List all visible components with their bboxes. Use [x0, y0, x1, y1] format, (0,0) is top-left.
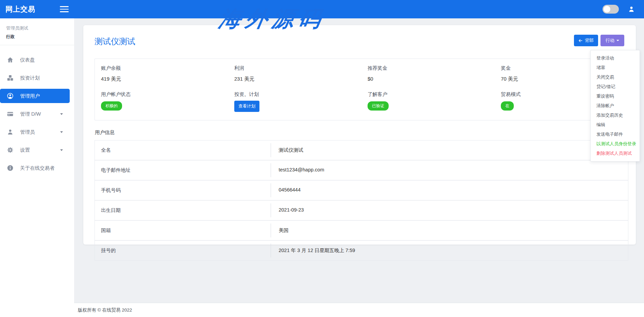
admin-app: 网上交易 海外源码 管理员测试 行政 仪表盘	[0, 0, 644, 317]
main-content: 测试仪测试 背部 行动 账户余额 419 美元	[74, 18, 644, 317]
sidebar-item-label: 仪表盘	[20, 57, 35, 63]
actions-dropdown-menu: 登录活动 堵塞 关闭交易 贷记/借记 重设密码 清除帐户 添加交易历史 编辑 发…	[590, 50, 640, 162]
home-icon	[7, 56, 14, 63]
info-circle-icon	[7, 165, 14, 171]
sidebar-item-manage-users[interactable]: 管理用户	[0, 89, 70, 103]
stat-referral-bonus: 推荐奖金 $0	[361, 65, 495, 82]
menu-item-delete-user[interactable]: 删除测试人员测试	[591, 149, 640, 158]
table-row-email: 电子邮件地址 test1234@happ.com	[95, 161, 628, 181]
menu-item-send-email[interactable]: 发送电子邮件	[591, 130, 640, 139]
sidebar-item-label: 管理用户	[20, 93, 40, 99]
sidebar-divider	[0, 45, 74, 45]
menu-item-reset-password[interactable]: 重设密码	[591, 91, 640, 101]
sidebar-item-investment-plans[interactable]: 投资计划	[0, 71, 70, 85]
sidebar-user-role: 行政	[6, 34, 68, 40]
stat-profit: 利润 231 美元	[228, 65, 361, 82]
menu-item-clear-account[interactable]: 清除帐户	[591, 101, 640, 111]
actions-button[interactable]: 行动	[600, 35, 624, 46]
sidebar-item-manage-dw[interactable]: 管理 D/W	[0, 107, 70, 121]
status-badge: 积极的	[101, 101, 122, 111]
hamburger-menu-icon[interactable]	[60, 6, 69, 12]
actions-button-label: 行动	[606, 37, 614, 44]
chevron-down-icon	[60, 149, 63, 151]
top-navbar: 网上交易	[0, 0, 644, 18]
sidebar-item-label: 管理员	[20, 129, 35, 135]
view-plan-button[interactable]: 查看计划	[234, 101, 259, 112]
user-circle-icon	[7, 93, 14, 99]
table-row-registered: 挂号的 2021 年 3 月 12 日星期五晚上 7:59	[95, 241, 628, 261]
table-row-phone: 手机号码 04566444	[95, 181, 628, 201]
back-button[interactable]: 背部	[574, 35, 598, 46]
sidebar-item-admins[interactable]: 管理员	[0, 125, 70, 139]
menu-item-login-as-user[interactable]: 以测试人员身份登录	[591, 139, 640, 149]
account-stats-box: 账户余额 419 美元 利润 231 美元 推荐奖金 $0 奖金 70 美元 用…	[95, 59, 628, 120]
page-title: 测试仪测试	[95, 36, 628, 47]
table-row-full-name: 全名 测试仪测试	[95, 140, 628, 161]
sidebar-user-name: 管理员测试	[6, 25, 68, 31]
kyc-badge: 已验证	[368, 101, 389, 111]
chevron-down-icon	[60, 131, 63, 133]
user-detail-card: 测试仪测试 背部 行动 账户余额 419 美元	[83, 25, 636, 245]
copyright-text: 版权所有 © 在线贸易 2022	[78, 307, 132, 313]
menu-item-credit-debit[interactable]: 贷记/借记	[591, 82, 640, 91]
trade-mode-badge: 在	[501, 101, 514, 111]
stat-account-balance: 账户余额 419 美元	[95, 65, 228, 82]
sidebar-item-label: 关于在线交易者	[20, 165, 55, 171]
sidebar-item-dashboard[interactable]: 仪表盘	[0, 53, 70, 67]
stat-kyc: 了解客户 已验证	[361, 91, 495, 112]
person-icon	[7, 129, 14, 135]
menu-item-login-activity[interactable]: 登录活动	[591, 53, 640, 63]
sidebar-user-block: 管理员测试 行政	[0, 18, 74, 40]
menu-item-edit[interactable]: 编辑	[591, 120, 640, 130]
menu-item-block[interactable]: 堵塞	[591, 63, 640, 72]
menu-item-close-trade[interactable]: 关闭交易	[591, 72, 640, 82]
sidebar-item-about[interactable]: 关于在线交易者	[0, 161, 70, 175]
brand-title: 网上交易	[0, 4, 60, 14]
table-row-birth-date: 出生日期 2021-09-23	[95, 201, 628, 221]
theme-toggle-switch[interactable]	[603, 5, 619, 14]
gear-icon	[7, 147, 14, 153]
user-info-section-title: 用户信息	[95, 129, 628, 136]
sidebar-item-label: 管理 D/W	[20, 111, 41, 117]
toggle-knob	[604, 6, 610, 13]
sidebar: 管理员测试 行政 仪表盘 投资计划 管理用户	[0, 18, 74, 317]
arrow-left-icon	[578, 38, 583, 43]
caret-down-icon	[616, 40, 619, 41]
table-row-nationality: 国籍 美国	[95, 221, 628, 241]
topbar-right-group	[603, 5, 644, 14]
stat-investment-plan: 投资。计划 查看计划	[228, 91, 361, 112]
profile-icon[interactable]	[628, 5, 635, 13]
user-info-table: 全名 测试仪测试 电子邮件地址 test1234@happ.com 手机号码 0…	[95, 140, 628, 261]
stat-account-status: 用户帐户状态 积极的	[95, 91, 228, 112]
sidebar-item-label: 设置	[20, 147, 30, 153]
cubes-icon	[7, 74, 14, 81]
card-actions: 背部 行动	[574, 35, 624, 46]
back-button-label: 背部	[585, 37, 594, 44]
menu-item-add-trade-history[interactable]: 添加交易历史	[591, 111, 640, 120]
credit-card-icon	[7, 111, 14, 117]
sidebar-item-settings[interactable]: 设置	[0, 143, 70, 157]
chevron-down-icon	[60, 113, 63, 115]
sidebar-item-label: 投资计划	[20, 75, 40, 81]
footer: 版权所有 © 在线贸易 2022	[74, 303, 644, 317]
